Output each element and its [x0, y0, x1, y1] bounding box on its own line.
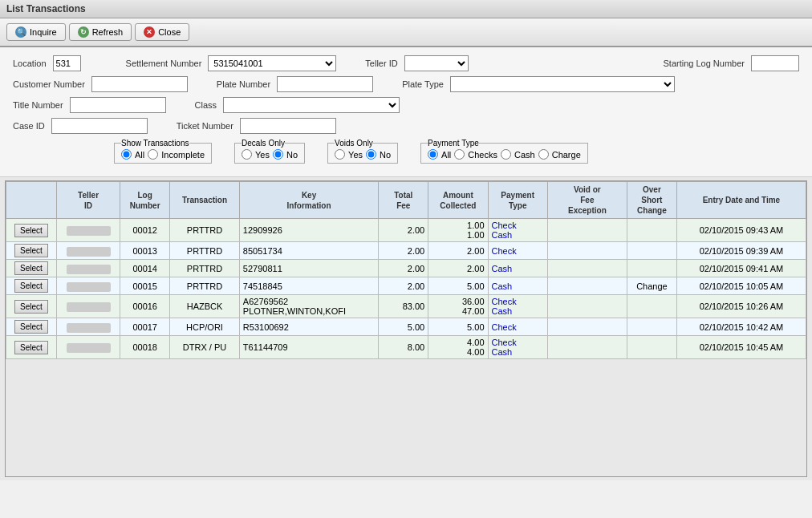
transaction-cell: PRTTRD	[170, 242, 240, 260]
starting-log-input[interactable]	[751, 55, 799, 71]
class-select[interactable]	[223, 97, 400, 113]
payment-checks-radio[interactable]	[454, 149, 465, 160]
payment-type-radios: All Checks Cash Charge	[428, 149, 581, 160]
key-info-cell: 12909926	[239, 219, 378, 242]
payment-cash-label: Cash	[514, 150, 535, 160]
table-wrapper[interactable]: TellerID LogNumber Transaction KeyInform…	[5, 180, 807, 477]
voids-no-radio[interactable]	[366, 149, 376, 160]
settlement-number-select[interactable]: 5315041001	[208, 55, 336, 71]
total-fee-cell: 8.00	[379, 336, 428, 359]
decals-yes-label: Yes	[255, 150, 270, 160]
th-key-info: KeyInformation	[239, 182, 378, 219]
th-payment-type: PaymentType	[488, 182, 547, 219]
voids-only-group: Voids Only Yes No	[327, 139, 398, 164]
over-short-cell	[627, 318, 676, 336]
log-number-cell: 00016	[120, 295, 170, 318]
log-number-cell: 00013	[120, 242, 170, 260]
voids-only-radios: Yes No	[335, 149, 391, 160]
th-over-short: OverShortChange	[627, 182, 676, 219]
key-info-cell: 85051734	[239, 242, 378, 260]
transactions-table: TellerID LogNumber Transaction KeyInform…	[6, 181, 806, 359]
decals-only-radios: Yes No	[242, 149, 298, 160]
customer-number-input[interactable]	[91, 76, 188, 92]
voids-yes-label: Yes	[348, 150, 363, 160]
ticket-number-input[interactable]	[240, 118, 336, 134]
payment-all-radio[interactable]	[428, 149, 438, 160]
key-info-cell: A62769562 PLOTNER,WINTON,KOFI	[239, 295, 378, 318]
amount-collected-cell: 4.00 4.00	[428, 336, 488, 359]
form-row-3: Title Number Class	[13, 97, 799, 113]
entry-date-cell: 02/10/2015 10:26 AM	[676, 295, 806, 318]
payment-charge-radio[interactable]	[538, 149, 549, 160]
select-button[interactable]: Select	[14, 261, 48, 275]
void-fee-cell	[547, 260, 627, 277]
transaction-cell: DTRX / PU	[170, 336, 240, 359]
over-short-cell	[627, 260, 676, 277]
th-teller-id: TellerID	[56, 182, 120, 219]
payment-type-cell: Cash	[488, 260, 547, 277]
case-id-label: Case ID	[13, 121, 45, 131]
log-number-cell: 00015	[120, 277, 170, 295]
log-number-cell: 00014	[120, 260, 170, 277]
teller-id-select[interactable]	[404, 55, 469, 71]
teller-id-cell: ████████	[67, 247, 111, 257]
form-row-1: Location Settlement Number 5315041001 Te…	[13, 55, 799, 71]
select-button[interactable]: Select	[14, 244, 48, 257]
over-short-cell	[627, 336, 676, 359]
location-input[interactable]	[53, 55, 81, 71]
table-row: Select████████00014PRTTRD527908112.002.0…	[6, 260, 806, 277]
select-button[interactable]: Select	[14, 279, 48, 293]
total-fee-cell: 5.00	[379, 318, 428, 336]
log-number-cell: 00018	[120, 336, 170, 359]
inquire-icon: 🔍	[15, 26, 26, 38]
inquire-button[interactable]: 🔍 Inquire	[6, 23, 66, 41]
plate-type-label: Plate Type	[402, 79, 444, 89]
payment-type-cell: Check Cash	[488, 336, 547, 359]
plate-type-select[interactable]	[450, 76, 675, 92]
over-short-cell: Change	[627, 277, 676, 295]
transaction-cell: PRTTRD	[170, 277, 240, 295]
voids-yes-radio[interactable]	[335, 149, 345, 160]
select-button[interactable]: Select	[14, 224, 48, 237]
close-button[interactable]: ✕ Close	[135, 23, 189, 41]
form-row-radios: Show Transactions All Incomplete Decals …	[13, 139, 799, 164]
close-icon: ✕	[144, 26, 155, 38]
decals-yes-radio[interactable]	[242, 149, 252, 160]
payment-type-cell: Check	[488, 242, 547, 260]
amount-collected-cell: 5.00	[428, 277, 488, 295]
decals-no-radio[interactable]	[273, 149, 283, 160]
show-all-radio[interactable]	[121, 149, 132, 160]
refresh-button[interactable]: ↻ Refresh	[69, 23, 132, 41]
form-row-4: Case ID Ticket Number	[13, 118, 799, 134]
table-row: Select████████00017HCP/ORIR531006925.005…	[6, 318, 806, 336]
payment-cash-radio[interactable]	[501, 149, 511, 160]
plate-number-input[interactable]	[277, 76, 373, 92]
amount-collected-cell: 5.00	[428, 318, 488, 336]
refresh-icon: ↻	[78, 26, 89, 38]
window-title: List Transactions	[6, 3, 86, 14]
entry-date-cell: 02/10/2015 09:39 AM	[676, 242, 806, 260]
select-button[interactable]: Select	[14, 341, 48, 354]
plate-number-label: Plate Number	[217, 79, 270, 89]
entry-date-cell: 02/10/2015 09:43 AM	[676, 219, 806, 242]
form-section: Location Settlement Number 5315041001 Te…	[0, 47, 812, 177]
show-all-label: All	[135, 150, 144, 160]
starting-log-label: Starting Log Number	[664, 59, 745, 68]
case-id-input[interactable]	[51, 118, 148, 134]
void-fee-cell	[547, 295, 627, 318]
entry-date-cell: 02/10/2015 10:05 AM	[676, 277, 806, 295]
select-button[interactable]: Select	[14, 300, 48, 314]
th-entry-date: Entry Date and Time	[676, 182, 806, 219]
transaction-cell: HAZBCK	[170, 295, 240, 318]
amount-collected-cell: 1.00 1.00	[428, 219, 488, 242]
entry-date-cell: 02/10/2015 09:41 AM	[676, 260, 806, 277]
total-fee-cell: 2.00	[379, 242, 428, 260]
select-button[interactable]: Select	[14, 320, 48, 334]
show-incomplete-radio[interactable]	[148, 149, 158, 160]
title-bar: List Transactions	[0, 0, 812, 18]
amount-collected-cell: 2.00	[428, 242, 488, 260]
key-info-cell: T61144709	[239, 336, 378, 359]
total-fee-cell: 2.00	[379, 260, 428, 277]
key-info-cell: 52790811	[239, 260, 378, 277]
title-number-input[interactable]	[70, 97, 166, 113]
